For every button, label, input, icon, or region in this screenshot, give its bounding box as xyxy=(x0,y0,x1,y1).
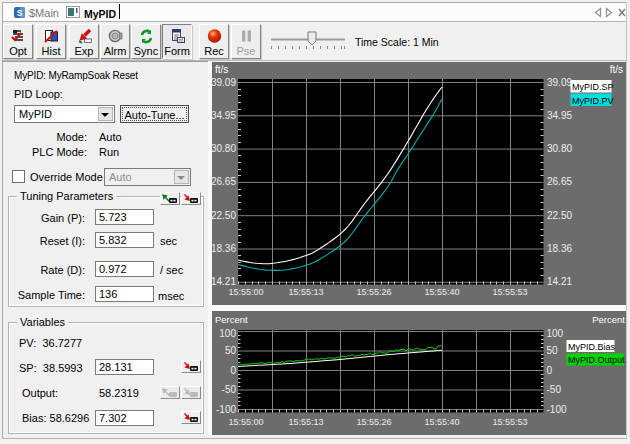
svg-text:MyPID.PV: MyPID.PV xyxy=(572,96,614,106)
svg-text:-100: -100 xyxy=(547,404,567,415)
svg-text:MyPID.Bias: MyPID.Bias xyxy=(568,342,616,352)
svg-text:MyPID.SP: MyPID.SP xyxy=(572,82,614,92)
svg-text:39.09: 39.09 xyxy=(547,77,572,88)
svg-text:-50: -50 xyxy=(222,384,237,395)
svg-text:15:55:53: 15:55:53 xyxy=(492,287,527,297)
svg-text:50: 50 xyxy=(547,345,559,356)
svg-text:15:55:26: 15:55:26 xyxy=(356,417,391,427)
svg-text:Percent: Percent xyxy=(592,314,625,325)
svg-text:26.65: 26.65 xyxy=(547,176,572,187)
svg-text:-50: -50 xyxy=(547,384,562,395)
svg-text:15:55:40: 15:55:40 xyxy=(424,287,459,297)
svg-text:15:55:00: 15:55:00 xyxy=(228,287,263,297)
svg-text:39.09: 39.09 xyxy=(212,77,236,88)
svg-text:100: 100 xyxy=(219,328,236,339)
svg-text:-100: -100 xyxy=(216,404,236,415)
svg-text:34.95: 34.95 xyxy=(212,110,236,121)
svg-text:Percent: Percent xyxy=(215,314,248,325)
svg-text:15:55:13: 15:55:13 xyxy=(288,287,323,297)
svg-text:50: 50 xyxy=(225,345,237,356)
svg-text:ft/s: ft/s xyxy=(610,64,623,75)
svg-text:15:55:00: 15:55:00 xyxy=(228,417,263,427)
svg-text:30.80: 30.80 xyxy=(547,143,572,154)
svg-text:34.95: 34.95 xyxy=(547,110,572,121)
svg-text:15:55:13: 15:55:13 xyxy=(288,417,323,427)
svg-text:22.50: 22.50 xyxy=(212,210,236,221)
svg-text:22.50: 22.50 xyxy=(547,210,572,221)
svg-text:26.65: 26.65 xyxy=(212,176,236,187)
svg-text:18.36: 18.36 xyxy=(547,243,572,254)
svg-text:15:55:26: 15:55:26 xyxy=(356,287,391,297)
svg-text:ft/s: ft/s xyxy=(215,64,228,75)
svg-text:30.80: 30.80 xyxy=(212,143,236,154)
svg-text:0: 0 xyxy=(230,365,236,376)
svg-text:100: 100 xyxy=(547,328,564,339)
svg-text:14.21: 14.21 xyxy=(547,276,572,287)
svg-text:MyPID.Output: MyPID.Output xyxy=(568,355,625,365)
svg-text:S: S xyxy=(17,8,23,18)
svg-text:0: 0 xyxy=(547,365,553,376)
svg-text:15:55:53: 15:55:53 xyxy=(492,417,527,427)
svg-text:18.36: 18.36 xyxy=(212,243,236,254)
svg-text:15:55:40: 15:55:40 xyxy=(424,417,459,427)
